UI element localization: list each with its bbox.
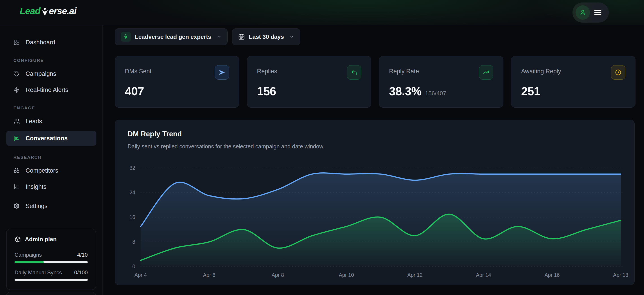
date-range-select[interactable]: Last 30 days (232, 28, 300, 45)
chevron-down-icon (289, 34, 294, 39)
plan-usage-value: 4/10 (77, 252, 88, 258)
plan-usage-label: Campaigns (14, 252, 42, 258)
calendar-icon (238, 34, 245, 40)
binoculars-icon (14, 168, 20, 174)
stat-icon-chip (215, 65, 229, 80)
plan-usage-row: Daily Manual Syncs0/100 (14, 270, 88, 276)
chart-y-tick: 32 (130, 165, 135, 171)
sidebar-item-insights[interactable]: Insights (6, 180, 96, 193)
stat-card-top: Reply Rate (389, 65, 493, 80)
plan-card: Admin plan Campaigns4/10Daily Manual Syn… (6, 229, 96, 290)
sidebar-item-label: Dashboard (26, 39, 55, 46)
zap-icon (14, 87, 20, 93)
cutoff-card (6, 292, 96, 295)
users-icon (14, 118, 20, 124)
package-icon (14, 236, 21, 242)
navbar-green-glow (106, 0, 644, 25)
navbar-actions (572, 2, 609, 23)
stats-row: DMs Sent 407 Replies 156 Reply Rate 38.3… (115, 56, 636, 108)
sidebar-item-settings[interactable]: Settings (6, 200, 96, 212)
chart-card: DM Reply Trend Daily sent vs replied con… (115, 120, 634, 285)
plan-usage-rows: Campaigns4/10Daily Manual Syncs0/100 (14, 252, 88, 281)
bar-chart-icon (14, 184, 20, 190)
sidebar-item-label: Competitors (26, 167, 58, 174)
stat-card-awaiting-reply: Awaiting Reply 251 (511, 56, 636, 108)
stat-card-top: Replies (257, 65, 361, 80)
sidebar-item-label: Real-time Alerts (26, 86, 68, 94)
chart-x-tick: Apr 12 (408, 272, 423, 278)
sidebar-item-conversations[interactable]: Conversations (6, 131, 96, 146)
sidebar-item-label: Leads (26, 118, 42, 125)
send-icon (219, 69, 225, 76)
plan-usage-label: Daily Manual Syncs (14, 270, 62, 276)
chart-x-tick: Apr 10 (339, 272, 354, 278)
stat-icon-chip (479, 65, 493, 80)
person-mark-icon (121, 32, 131, 42)
chart-y-tick: 0 (132, 264, 135, 270)
sidebar-section-header-configure: Configure (6, 56, 96, 65)
chevron-down-icon (216, 34, 222, 39)
brand-logo[interactable]: Lead erse.ai (20, 6, 76, 16)
hamburger-menu-icon[interactable] (594, 8, 602, 17)
stat-value-row: 251 (521, 84, 626, 98)
stat-icon-chip (347, 65, 361, 80)
user-icon (579, 9, 586, 16)
chart-x-tick: Apr 14 (476, 272, 491, 278)
stat-value: 407 (125, 84, 144, 98)
stat-label: Awaiting Reply (521, 68, 561, 75)
stat-value-row: 38.3% 156/407 (389, 84, 493, 98)
sidebar-item-realtime-alerts[interactable]: Real-time Alerts (6, 84, 96, 96)
sidebar-item-campaigns[interactable]: Campaigns (6, 67, 96, 80)
sidebar-item-competitors[interactable]: Competitors (6, 164, 96, 177)
dm-reply-trend-chart: 08162432Apr 4Apr 6Apr 8Apr 10Apr 12Apr 1… (115, 120, 635, 285)
chart-y-tick: 24 (130, 190, 135, 196)
plan-title-row: Admin plan (14, 236, 88, 243)
date-range-label: Last 30 days (249, 34, 284, 40)
stat-label: Replies (257, 68, 277, 75)
sidebar-section-header-engage: Engage (6, 104, 96, 112)
chart-x-tick: Apr 4 (134, 272, 147, 278)
clock-icon (615, 69, 622, 76)
chart-y-tick: 8 (132, 239, 135, 245)
profile-avatar[interactable] (576, 6, 590, 20)
plan-title: Admin plan (25, 236, 57, 243)
stat-value: 38.3% (389, 84, 422, 98)
plan-usage-row: Campaigns4/10 (14, 252, 88, 258)
chat-icon (14, 135, 20, 142)
sidebar-item-dashboard[interactable]: Dashboard (6, 36, 96, 49)
logo-person-icon (40, 6, 50, 18)
chart-x-tick: Apr 8 (272, 272, 284, 278)
plan-progress-bar (14, 261, 88, 264)
stat-card-reply-rate: Reply Rate 38.3% 156/407 (379, 56, 504, 108)
reply-icon (351, 69, 358, 76)
plan-progress-bar (14, 279, 88, 281)
logo-lead-text: Lead (20, 6, 40, 16)
sidebar-item-leads[interactable]: Leads (6, 115, 96, 128)
campaign-select[interactable]: Leadverse lead gen experts (115, 28, 228, 45)
chart-x-tick: Apr 6 (203, 272, 215, 278)
stat-label: DMs Sent (125, 68, 152, 75)
stat-sub-value: 156/407 (425, 90, 446, 97)
stat-value: 251 (521, 84, 540, 98)
navbar: Lead erse.ai (0, 0, 644, 25)
logo-rest-text: erse.ai (49, 6, 76, 16)
trending-up-icon (483, 69, 490, 76)
filter-bar: Leadverse lead gen experts Last 30 days (115, 28, 300, 45)
plan-progress-fill (14, 261, 44, 264)
chart-x-tick: Apr 16 (544, 272, 560, 278)
sidebar-nav: DashboardConfigureCampaignsReal-time Ale… (0, 25, 103, 216)
sidebar-section-header-research: Research (6, 153, 96, 162)
gear-icon (14, 203, 20, 209)
stat-card-replies: Replies 156 (247, 56, 371, 108)
stat-value: 156 (257, 84, 276, 98)
stat-card-top: DMs Sent (125, 65, 229, 80)
stat-card-top: Awaiting Reply (521, 65, 626, 80)
plan-usage-value: 0/100 (74, 270, 88, 276)
chart-y-tick: 16 (130, 214, 135, 220)
sidebar: DashboardConfigureCampaignsReal-time Ale… (0, 25, 103, 295)
chart-x-tick: Apr 18 (613, 272, 628, 278)
grid-icon (14, 39, 20, 46)
app-root: Lead erse.ai DashboardConfigureCampaigns… (0, 0, 644, 295)
sidebar-item-label: Campaigns (26, 70, 56, 77)
sidebar-item-label: Insights (26, 183, 46, 190)
